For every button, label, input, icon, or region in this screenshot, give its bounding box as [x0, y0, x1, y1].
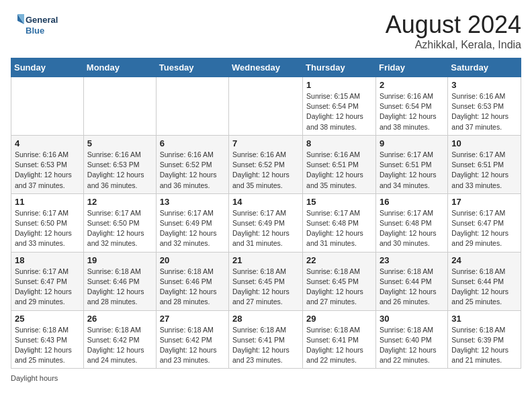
day-detail: Sunrise: 6:17 AM Sunset: 6:50 PM Dayligh…: [15, 208, 80, 249]
header-monday: Monday: [83, 58, 156, 77]
day-cell: 10Sunrise: 6:17 AM Sunset: 6:51 PM Dayli…: [448, 135, 521, 193]
day-cell: 27Sunrise: 6:18 AM Sunset: 6:42 PM Dayli…: [156, 310, 228, 369]
week-row-2: 4Sunrise: 6:16 AM Sunset: 6:53 PM Daylig…: [11, 135, 521, 193]
week-row-1: 1Sunrise: 6:15 AM Sunset: 6:54 PM Daylig…: [11, 77, 521, 136]
day-detail: Sunrise: 6:18 AM Sunset: 6:41 PM Dayligh…: [306, 325, 372, 366]
footer-note: Daylight hours: [11, 374, 521, 382]
day-detail: Sunrise: 6:16 AM Sunset: 6:52 PM Dayligh…: [232, 150, 299, 191]
day-detail: Sunrise: 6:18 AM Sunset: 6:43 PM Dayligh…: [15, 325, 80, 366]
day-number: 26: [87, 314, 152, 324]
day-cell: 9Sunrise: 6:17 AM Sunset: 6:51 PM Daylig…: [375, 135, 447, 193]
day-detail: Sunrise: 6:16 AM Sunset: 6:54 PM Dayligh…: [380, 91, 444, 132]
day-detail: Sunrise: 6:18 AM Sunset: 6:39 PM Dayligh…: [451, 325, 517, 366]
header-wednesday: Wednesday: [229, 58, 303, 77]
day-detail: Sunrise: 6:18 AM Sunset: 6:46 PM Dayligh…: [160, 267, 225, 308]
day-cell: 20Sunrise: 6:18 AM Sunset: 6:46 PM Dayli…: [156, 252, 228, 310]
day-cell: 14Sunrise: 6:17 AM Sunset: 6:49 PM Dayli…: [229, 193, 303, 252]
header-thursday: Thursday: [303, 58, 376, 77]
day-detail: Sunrise: 6:17 AM Sunset: 6:49 PM Dayligh…: [232, 208, 299, 249]
day-detail: Sunrise: 6:17 AM Sunset: 6:49 PM Dayligh…: [160, 208, 225, 249]
week-row-5: 25Sunrise: 6:18 AM Sunset: 6:43 PM Dayli…: [11, 310, 521, 369]
day-cell: 23Sunrise: 6:18 AM Sunset: 6:44 PM Dayli…: [375, 252, 447, 310]
day-cell: 21Sunrise: 6:18 AM Sunset: 6:45 PM Dayli…: [229, 252, 303, 310]
day-number: 22: [306, 255, 372, 265]
day-number: 3: [451, 80, 517, 90]
day-number: 7: [232, 138, 299, 148]
day-number: 18: [15, 255, 80, 265]
day-number: 5: [87, 138, 152, 148]
day-cell: [11, 77, 84, 136]
header-row: SundayMondayTuesdayWednesdayThursdayFrid…: [11, 58, 521, 77]
day-number: 9: [380, 138, 444, 148]
day-cell: 17Sunrise: 6:17 AM Sunset: 6:47 PM Dayli…: [448, 193, 521, 252]
day-cell: 2Sunrise: 6:16 AM Sunset: 6:54 PM Daylig…: [375, 77, 447, 136]
day-number: 13: [160, 197, 225, 207]
day-number: 1: [306, 80, 372, 90]
day-cell: 22Sunrise: 6:18 AM Sunset: 6:45 PM Dayli…: [303, 252, 376, 310]
day-cell: 4Sunrise: 6:16 AM Sunset: 6:53 PM Daylig…: [11, 135, 84, 193]
footer-text: Daylight hours: [11, 374, 58, 382]
day-cell: 18Sunrise: 6:17 AM Sunset: 6:47 PM Dayli…: [11, 252, 84, 310]
day-number: 27: [160, 314, 225, 324]
day-number: 21: [232, 255, 299, 265]
day-cell: 3Sunrise: 6:16 AM Sunset: 6:53 PM Daylig…: [448, 77, 521, 136]
day-detail: Sunrise: 6:16 AM Sunset: 6:53 PM Dayligh…: [15, 150, 80, 191]
calendar-title: August 2024: [386, 11, 521, 39]
day-detail: Sunrise: 6:18 AM Sunset: 6:44 PM Dayligh…: [451, 267, 517, 308]
day-cell: 28Sunrise: 6:18 AM Sunset: 6:41 PM Dayli…: [229, 310, 303, 369]
day-detail: Sunrise: 6:17 AM Sunset: 6:48 PM Dayligh…: [306, 208, 372, 249]
day-detail: Sunrise: 6:16 AM Sunset: 6:52 PM Dayligh…: [160, 150, 225, 191]
day-cell: 26Sunrise: 6:18 AM Sunset: 6:42 PM Dayli…: [83, 310, 156, 369]
day-number: 12: [87, 197, 152, 207]
day-number: 8: [306, 138, 372, 148]
svg-text:Blue: Blue: [26, 26, 44, 36]
week-row-4: 18Sunrise: 6:17 AM Sunset: 6:47 PM Dayli…: [11, 252, 521, 310]
day-number: 17: [451, 197, 517, 207]
day-number: 4: [15, 138, 80, 148]
day-detail: Sunrise: 6:17 AM Sunset: 6:47 PM Dayligh…: [451, 208, 517, 249]
day-cell: 13Sunrise: 6:17 AM Sunset: 6:49 PM Dayli…: [156, 193, 228, 252]
day-number: 31: [451, 314, 517, 324]
day-cell: 24Sunrise: 6:18 AM Sunset: 6:44 PM Dayli…: [448, 252, 521, 310]
day-detail: Sunrise: 6:17 AM Sunset: 6:51 PM Dayligh…: [380, 150, 444, 191]
header-sunday: Sunday: [11, 58, 84, 77]
svg-text:General: General: [26, 15, 58, 25]
page-header: General Blue August 2024 Azhikkal, Keral…: [11, 11, 521, 51]
day-detail: Sunrise: 6:16 AM Sunset: 6:53 PM Dayligh…: [451, 91, 517, 132]
day-cell: 8Sunrise: 6:16 AM Sunset: 6:51 PM Daylig…: [303, 135, 376, 193]
logo-svg: General Blue: [11, 11, 64, 41]
day-cell: 16Sunrise: 6:17 AM Sunset: 6:48 PM Dayli…: [375, 193, 447, 252]
day-detail: Sunrise: 6:18 AM Sunset: 6:42 PM Dayligh…: [160, 325, 225, 366]
day-number: 19: [87, 255, 152, 265]
day-cell: [83, 77, 156, 136]
day-detail: Sunrise: 6:18 AM Sunset: 6:45 PM Dayligh…: [306, 267, 372, 308]
day-cell: 11Sunrise: 6:17 AM Sunset: 6:50 PM Dayli…: [11, 193, 84, 252]
day-number: 14: [232, 197, 299, 207]
day-number: 30: [380, 314, 444, 324]
day-detail: Sunrise: 6:17 AM Sunset: 6:48 PM Dayligh…: [380, 208, 444, 249]
day-cell: 30Sunrise: 6:18 AM Sunset: 6:40 PM Dayli…: [375, 310, 447, 369]
day-number: 6: [160, 138, 225, 148]
day-number: 29: [306, 314, 372, 324]
day-detail: Sunrise: 6:17 AM Sunset: 6:47 PM Dayligh…: [15, 267, 80, 308]
day-cell: 12Sunrise: 6:17 AM Sunset: 6:50 PM Dayli…: [83, 193, 156, 252]
day-number: 15: [306, 197, 372, 207]
header-saturday: Saturday: [448, 58, 521, 77]
day-detail: Sunrise: 6:17 AM Sunset: 6:51 PM Dayligh…: [451, 150, 517, 191]
calendar-table: SundayMondayTuesdayWednesdayThursdayFrid…: [11, 58, 521, 369]
day-detail: Sunrise: 6:16 AM Sunset: 6:53 PM Dayligh…: [87, 150, 152, 191]
day-cell: 6Sunrise: 6:16 AM Sunset: 6:52 PM Daylig…: [156, 135, 228, 193]
day-number: 2: [380, 80, 444, 90]
day-cell: 5Sunrise: 6:16 AM Sunset: 6:53 PM Daylig…: [83, 135, 156, 193]
day-number: 20: [160, 255, 225, 265]
day-detail: Sunrise: 6:18 AM Sunset: 6:40 PM Dayligh…: [380, 325, 444, 366]
day-cell: 19Sunrise: 6:18 AM Sunset: 6:46 PM Dayli…: [83, 252, 156, 310]
day-detail: Sunrise: 6:15 AM Sunset: 6:54 PM Dayligh…: [306, 91, 372, 132]
day-number: 23: [380, 255, 444, 265]
day-detail: Sunrise: 6:16 AM Sunset: 6:51 PM Dayligh…: [306, 150, 372, 191]
day-cell: [229, 77, 303, 136]
day-number: 25: [15, 314, 80, 324]
header-friday: Friday: [375, 58, 447, 77]
calendar-subtitle: Azhikkal, Kerala, India: [386, 39, 521, 51]
day-detail: Sunrise: 6:18 AM Sunset: 6:41 PM Dayligh…: [232, 325, 299, 366]
